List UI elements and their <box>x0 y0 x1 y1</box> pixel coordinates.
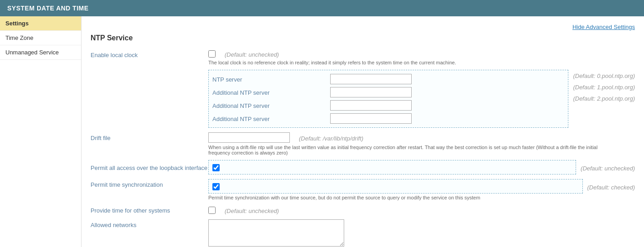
additional-ntp-1-default-hint: (Default: 1.pool.ntp.org) <box>573 82 635 91</box>
provide-time-control: (Default: unchecked) <box>208 206 635 214</box>
ntp-service-title: NTP Service <box>91 34 635 42</box>
sidebar: Settings Time Zone Unmanaged Service <box>0 16 82 247</box>
main-layout: Settings Time Zone Unmanaged Service Hid… <box>0 16 644 247</box>
additional-ntp-1-input[interactable]: 0.us.pool.ntp.org <box>330 87 412 97</box>
top-right-link-area: Hide Advanced Settings <box>91 24 635 30</box>
permit-sync-description: Permit time synchronization with our tim… <box>208 195 635 200</box>
additional-ntp-2-input[interactable]: 1.us.pool.ntp.org <box>330 100 412 111</box>
drift-file-default-hint: (Default: /var/lib/ntp/drift) <box>299 133 363 142</box>
provide-time-label: Provide time for other systems <box>91 205 208 215</box>
permit-loopback-default-hint: (Default: unchecked) <box>581 163 635 172</box>
permit-sync-dashed-box <box>208 179 583 194</box>
page-header: SYSTEM DATE AND TIME <box>0 0 644 16</box>
page-title: SYSTEM DATE AND TIME <box>7 5 89 12</box>
additional-ntp-2-row: Additional NTP server 1.us.pool.ntp.org <box>212 100 564 111</box>
additional-ntp-3-input[interactable]: 2.us.pool.ntp.org <box>330 113 412 124</box>
additional-ntp-2-default-hint: (Default: 2.pool.ntp.org) <box>573 93 635 102</box>
permit-sync-row: Permit time synchronization (Default: ch… <box>91 179 635 200</box>
sidebar-item-settings[interactable]: Settings <box>0 16 81 31</box>
loopback-dashed-box <box>208 160 576 174</box>
hide-advanced-settings-link[interactable]: Hide Advanced Settings <box>572 24 635 30</box>
ntp-servers-row: NTP server 192.168.1.1 Additional NTP se… <box>91 70 635 128</box>
ntp-server-default-hint: (Default: 0.pool.ntp.org) <box>573 71 635 79</box>
additional-ntp-2-label: Additional NTP server <box>212 100 330 110</box>
enable-local-clock-hint: (Default: unchecked) <box>225 49 279 58</box>
enable-local-clock-checkbox[interactable] <box>208 50 216 58</box>
drift-file-label: Drift file <box>91 132 208 142</box>
permit-loopback-row: Permit all access over the loopback inte… <box>91 160 635 174</box>
sidebar-item-timezone[interactable]: Time Zone <box>0 31 81 45</box>
permit-loopback-label: Permit all access over the loopback inte… <box>91 162 208 172</box>
permit-sync-label: Permit time synchronization <box>91 179 208 189</box>
allowed-networks-label: Allowed networks <box>91 219 208 229</box>
permit-loopback-checkbox[interactable] <box>212 164 220 171</box>
ntp-servers-control: NTP server 192.168.1.1 Additional NTP se… <box>208 70 635 128</box>
permit-sync-control: (Default: checked) Permit time synchroni… <box>208 179 635 200</box>
drift-file-input[interactable]: /var/lib/ntp/drift <box>208 132 290 143</box>
provide-time-row: Provide time for other systems (Default:… <box>91 205 635 215</box>
content-area: Hide Advanced Settings NTP Service Enabl… <box>82 16 644 247</box>
provide-time-checkbox[interactable] <box>208 207 216 214</box>
enable-local-clock-row: Enable local clock (Default: unchecked) … <box>91 49 635 65</box>
enable-local-clock-description: The local clock is no reference clock in… <box>208 60 635 65</box>
additional-ntp-1-label: Additional NTP server <box>212 87 330 97</box>
sidebar-item-unmanaged[interactable]: Unmanaged Service <box>0 45 81 60</box>
enable-local-clock-control: (Default: unchecked) The local clock is … <box>208 49 635 65</box>
enable-local-clock-label: Enable local clock <box>91 49 208 59</box>
ntp-server-label: NTP server <box>212 74 330 84</box>
ntp-server-input[interactable]: 192.168.1.1 <box>330 74 412 84</box>
permit-sync-default-hint: (Default: checked) <box>587 182 635 191</box>
ntp-servers-dashed-box: NTP server 192.168.1.1 Additional NTP se… <box>208 70 568 128</box>
additional-ntp-3-label: Additional NTP server <box>212 113 330 123</box>
provide-time-default-hint: (Default: unchecked) <box>225 206 279 214</box>
permit-loopback-control: (Default: unchecked) <box>208 160 635 174</box>
drift-file-row: Drift file /var/lib/ntp/drift (Default: … <box>91 132 635 155</box>
drift-file-description: When using a drift-file ntp will use the… <box>208 145 616 155</box>
allowed-networks-textarea[interactable] <box>208 219 344 247</box>
permit-sync-checkbox[interactable] <box>212 183 220 190</box>
drift-file-control: /var/lib/ntp/drift (Default: /var/lib/nt… <box>208 132 635 155</box>
allowed-networks-row: Allowed networks List of networks (comma… <box>91 219 635 247</box>
ntp-server-row: NTP server 192.168.1.1 <box>212 74 564 84</box>
ntp-default-hints: (Default: 0.pool.ntp.org) (Default: 1.po… <box>573 70 635 102</box>
allowed-networks-control: List of networks (comma delimited, CIDR-… <box>208 219 517 247</box>
additional-ntp-3-row: Additional NTP server 2.us.pool.ntp.org <box>212 113 564 124</box>
additional-ntp-1-row: Additional NTP server 0.us.pool.ntp.org <box>212 87 564 97</box>
